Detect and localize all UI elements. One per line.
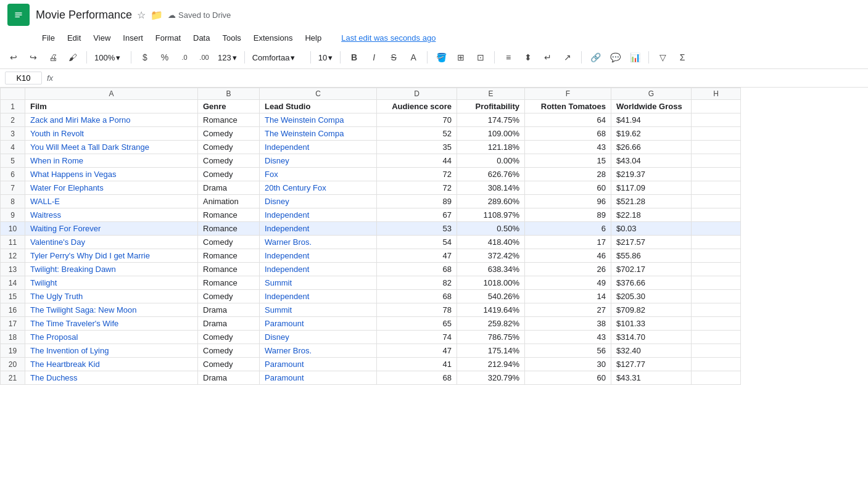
- cell-audience[interactable]: 74: [377, 331, 457, 344]
- cell-studio[interactable]: Summit: [260, 303, 377, 317]
- merge-button[interactable]: ⊡: [472, 49, 489, 66]
- cell-audience[interactable]: 72: [377, 168, 457, 181]
- menu-tools[interactable]: Tools: [217, 31, 246, 45]
- cell-audience[interactable]: 68: [377, 290, 457, 303]
- cell-tomatoes[interactable]: 15: [525, 154, 611, 168]
- menu-edit[interactable]: Edit: [62, 31, 86, 45]
- cell-studio[interactable]: Paramount: [260, 358, 377, 371]
- cell-audience[interactable]: 35: [377, 141, 457, 154]
- cell-genre[interactable]: Comedy: [198, 168, 260, 181]
- cell-film[interactable]: The Time Traveler's Wife: [25, 317, 198, 331]
- row-num-19[interactable]: 19: [1, 344, 25, 358]
- cell-film[interactable]: When in Rome: [25, 154, 198, 168]
- header-gross[interactable]: Worldwide Gross: [611, 100, 692, 113]
- cell-film[interactable]: WALL-E: [25, 195, 198, 208]
- cell-studio[interactable]: Summit: [260, 276, 377, 290]
- fill-color-button[interactable]: 🪣: [432, 49, 450, 66]
- header-tomatoes[interactable]: Rotten Tomatoes: [525, 100, 611, 113]
- cell-genre[interactable]: Drama: [198, 317, 260, 331]
- row-num-11[interactable]: 11: [1, 236, 25, 249]
- cell-genre[interactable]: Comedy: [198, 344, 260, 358]
- cell-genre[interactable]: Comedy: [198, 358, 260, 371]
- font-select[interactable]: Comfortaa ▾: [250, 52, 305, 64]
- cell-studio[interactable]: Disney: [260, 154, 377, 168]
- menu-help[interactable]: Help: [300, 31, 326, 45]
- cell-gross[interactable]: $521.28: [611, 195, 692, 208]
- cell-audience[interactable]: 68: [377, 263, 457, 276]
- menu-extensions[interactable]: Extensions: [249, 31, 298, 45]
- cell-profit[interactable]: 372.42%: [457, 249, 525, 263]
- cell-profit[interactable]: 175.14%: [457, 344, 525, 358]
- cell-tomatoes[interactable]: 6: [525, 222, 611, 236]
- menu-file[interactable]: File: [37, 31, 60, 45]
- cell-tomatoes[interactable]: 27: [525, 303, 611, 317]
- cell-studio[interactable]: Disney: [260, 331, 377, 344]
- cell-gross[interactable]: $127.77: [611, 358, 692, 371]
- row-num-9[interactable]: 9: [1, 208, 25, 222]
- formula-input[interactable]: [58, 73, 863, 83]
- cell-genre[interactable]: Romance: [198, 113, 260, 127]
- cell-film[interactable]: Twilight: [25, 276, 198, 290]
- cell-profit[interactable]: 0.50%: [457, 222, 525, 236]
- cell-profit[interactable]: 289.60%: [457, 195, 525, 208]
- cell-profit[interactable]: 1018.00%: [457, 276, 525, 290]
- cell-film[interactable]: Waiting For Forever: [25, 222, 198, 236]
- cell-audience[interactable]: 70: [377, 113, 457, 127]
- valign-button[interactable]: ⬍: [519, 49, 537, 66]
- cell-gross[interactable]: $55.86: [611, 249, 692, 263]
- cell-film[interactable]: Waitress: [25, 208, 198, 222]
- cell-studio[interactable]: Fox: [260, 168, 377, 181]
- row-num-8[interactable]: 8: [1, 195, 25, 208]
- cell-studio[interactable]: Independent: [260, 263, 377, 276]
- row-num-16[interactable]: 16: [1, 303, 25, 317]
- row-num-15[interactable]: 15: [1, 290, 25, 303]
- cell-film[interactable]: The Ugly Truth: [25, 290, 198, 303]
- col-header-c[interactable]: C: [260, 88, 377, 100]
- cell-audience[interactable]: 72: [377, 181, 457, 195]
- cell-studio[interactable]: Independent: [260, 222, 377, 236]
- doc-title[interactable]: Movie Performance: [36, 9, 132, 22]
- row-num-5[interactable]: 5: [1, 154, 25, 168]
- cell-gross[interactable]: $43.31: [611, 371, 692, 385]
- cell-genre[interactable]: Romance: [198, 263, 260, 276]
- cell-profit[interactable]: 0.00%: [457, 154, 525, 168]
- wrap-button[interactable]: ↵: [539, 49, 556, 66]
- cell-film[interactable]: You Will Meet a Tall Dark Strange: [25, 141, 198, 154]
- cell-film[interactable]: Twilight: Breaking Dawn: [25, 263, 198, 276]
- zoom-select[interactable]: 100% ▾: [92, 52, 126, 64]
- cell-genre[interactable]: Comedy: [198, 154, 260, 168]
- cell-audience[interactable]: 68: [377, 371, 457, 385]
- cell-tomatoes[interactable]: 46: [525, 249, 611, 263]
- col-header-g[interactable]: G: [611, 88, 692, 100]
- halign-button[interactable]: ≡: [500, 49, 517, 66]
- cell-film[interactable]: Youth in Revolt: [25, 127, 198, 141]
- cell-genre[interactable]: Comedy: [198, 290, 260, 303]
- cell-profit[interactable]: 1419.64%: [457, 303, 525, 317]
- cell-studio[interactable]: Warner Bros.: [260, 236, 377, 249]
- cell-genre[interactable]: Comedy: [198, 127, 260, 141]
- cell-tomatoes[interactable]: 60: [525, 371, 611, 385]
- cell-tomatoes[interactable]: 14: [525, 290, 611, 303]
- header-profit[interactable]: Profitability: [457, 100, 525, 113]
- cell-tomatoes[interactable]: 49: [525, 276, 611, 290]
- row-num-3[interactable]: 3: [1, 127, 25, 141]
- comment-button[interactable]: 💬: [606, 49, 624, 66]
- filter-button[interactable]: ▽: [654, 49, 671, 66]
- header-audience[interactable]: Audience score: [377, 100, 457, 113]
- menu-data[interactable]: Data: [188, 31, 215, 45]
- cell-profit[interactable]: 1108.97%: [457, 208, 525, 222]
- cell-tomatoes[interactable]: 96: [525, 195, 611, 208]
- cell-audience[interactable]: 65: [377, 317, 457, 331]
- cell-film[interactable]: What Happens in Vegas: [25, 168, 198, 181]
- undo-button[interactable]: ↩: [5, 49, 22, 66]
- cell-film[interactable]: The Invention of Lying: [25, 344, 198, 358]
- decimal1-button[interactable]: .0: [176, 49, 193, 66]
- cell-tomatoes[interactable]: 89: [525, 208, 611, 222]
- star-icon[interactable]: ☆: [137, 9, 146, 21]
- col-header-a[interactable]: A: [25, 88, 198, 100]
- cell-profit[interactable]: 320.79%: [457, 371, 525, 385]
- cell-audience[interactable]: 44: [377, 154, 457, 168]
- cell-studio[interactable]: 20th Century Fox: [260, 181, 377, 195]
- header-genre[interactable]: Genre: [198, 100, 260, 113]
- redo-button[interactable]: ↪: [25, 49, 42, 66]
